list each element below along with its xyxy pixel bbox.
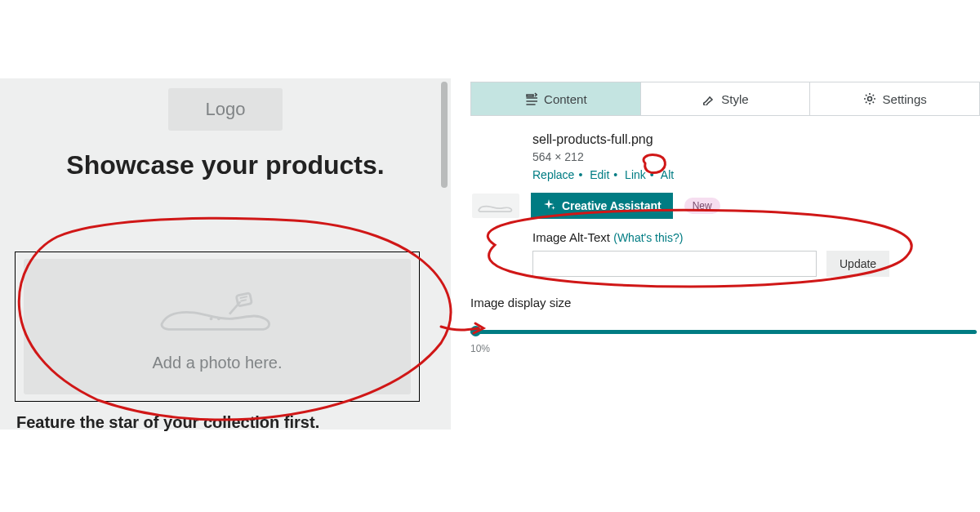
tab-content-label: Content <box>544 92 587 106</box>
slider-track <box>470 330 977 334</box>
action-replace[interactable]: Replace <box>532 168 574 181</box>
alt-text-input[interactable] <box>532 251 817 277</box>
email-preview-pane: Logo Showcase your products. Add a photo… <box>0 78 451 430</box>
image-placeholder: Add a photo here. <box>24 259 411 394</box>
tab-settings-label: Settings <box>883 92 927 106</box>
image-thumbnail[interactable] <box>472 194 519 218</box>
gear-icon <box>863 92 876 105</box>
action-alt[interactable]: Alt <box>661 168 674 181</box>
slider-percent: 10% <box>470 343 490 354</box>
image-size-slider[interactable] <box>470 323 977 343</box>
content-icon <box>524 92 537 105</box>
scrollbar[interactable] <box>441 82 448 188</box>
file-actions: Replace• Edit• Link• Alt <box>532 168 980 181</box>
svg-point-3 <box>867 97 871 101</box>
tab-content[interactable]: Content <box>471 82 641 115</box>
update-button[interactable]: Update <box>826 251 889 277</box>
preview-headline[interactable]: Showcase your products. <box>16 150 434 180</box>
new-badge: New <box>684 198 720 214</box>
sparkle-icon <box>542 199 555 212</box>
alt-text-label: Image Alt-Text (What's this?) <box>532 230 980 244</box>
logo-placeholder[interactable]: Logo <box>168 88 283 131</box>
whats-this-link[interactable]: (What's this?) <box>613 231 683 244</box>
creative-assistant-label: Creative Assistant <box>562 199 662 212</box>
shoe-icon <box>156 282 278 342</box>
file-dimensions: 564 × 212 <box>532 150 980 163</box>
preview-subheading[interactable]: Feature the star of your collection firs… <box>16 413 319 432</box>
svg-point-0 <box>210 317 213 320</box>
tab-style[interactable]: Style <box>641 82 811 115</box>
slider-handle[interactable] <box>470 326 481 336</box>
svg-point-1 <box>217 317 220 320</box>
brush-icon <box>702 92 715 105</box>
image-placeholder-text: Add a photo here. <box>152 354 282 372</box>
image-block-selected[interactable]: Add a photo here. <box>15 252 420 402</box>
action-link[interactable]: Link <box>625 168 646 181</box>
logo-placeholder-label: Logo <box>206 99 246 120</box>
editor-tabs: Content Style Settings <box>470 82 980 116</box>
tab-style-label: Style <box>721 92 748 106</box>
action-edit[interactable]: Edit <box>590 168 609 181</box>
image-display-size-label: Image display size <box>470 296 571 309</box>
file-name: sell-products-full.png <box>532 132 980 147</box>
tab-settings[interactable]: Settings <box>810 82 979 115</box>
creative-assistant-button[interactable]: Creative Assistant <box>531 193 673 219</box>
